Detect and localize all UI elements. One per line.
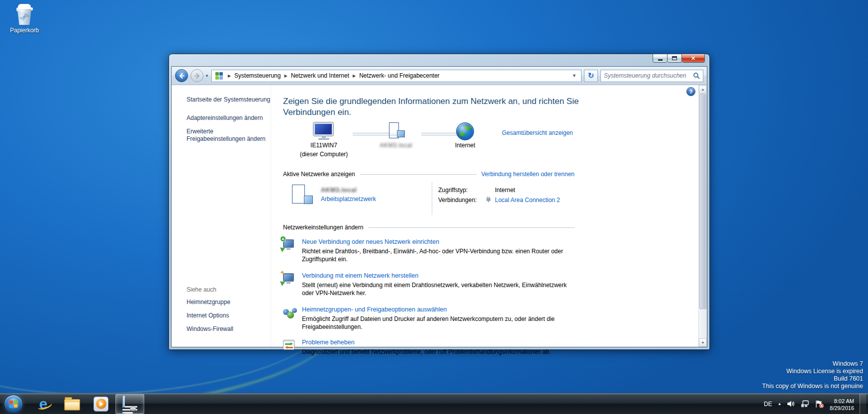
change-settings-header-row: Netzwerkeinstellungen ändern <box>283 224 575 231</box>
navigation-bar: ▼ ▶ Systemsteuerung ▶ Netzwerk und Inter… <box>172 67 707 85</box>
task-homegroup-options: Heimnetzgruppen- und Freigabeoptionen au… <box>283 306 575 331</box>
computer-caption: (dieser Computer) <box>298 151 350 158</box>
maximize-button[interactable] <box>668 54 682 63</box>
sidebar-item-advanced-sharing-settings[interactable]: Erweiterte Freigabeeinstellungen ändern <box>187 128 272 143</box>
homegroup-options-link[interactable]: Heimnetzgruppen- und Freigabeoptionen au… <box>302 306 447 313</box>
show-hidden-icons-button[interactable]: ▲ <box>777 402 781 406</box>
tray-date: 8/29/2016 <box>830 405 854 412</box>
action-center-flag-icon[interactable] <box>815 400 824 408</box>
taskbar-internet-explorer[interactable]: e <box>29 394 58 414</box>
start-button[interactable] <box>4 395 23 414</box>
forward-arrow-icon <box>194 73 200 79</box>
see-also-header: Siehe auch <box>187 286 267 293</box>
back-button[interactable] <box>175 69 188 82</box>
troubleshoot-link[interactable]: Probleme beheben <box>302 339 355 346</box>
taskbar-control-panel-active[interactable] <box>115 394 144 414</box>
connect-to-network-link[interactable]: Verbindung mit einem Netzwerk herstellen <box>302 272 418 279</box>
network-icon <box>385 122 407 140</box>
scroll-up-icon[interactable]: ▲ <box>699 85 707 94</box>
access-type-value: Internet <box>495 187 515 194</box>
search-box[interactable] <box>600 70 703 82</box>
page-title: Zeigen Sie die grundlegenden Information… <box>283 96 596 118</box>
show-desktop-button[interactable] <box>860 394 866 414</box>
map-node-computer[interactable]: IE11WIN7 (dieser Computer) <box>298 122 350 158</box>
recycle-bin[interactable]: Papierkorb <box>5 4 44 34</box>
sidebar-item-windows-firewall[interactable]: Windows-Firewall <box>187 325 272 333</box>
address-dropdown-icon[interactable]: ▼ <box>570 73 579 78</box>
homegroup-options-description: Ermöglicht Zugriff auf Dateien und Druck… <box>302 315 575 331</box>
refresh-icon: ↻ <box>588 71 594 80</box>
taskbar-windows-explorer[interactable] <box>58 394 87 414</box>
sidebar: Startseite der Systemsteuerung Adapterei… <box>172 85 271 347</box>
breadcrumb-separator-icon[interactable]: ▶ <box>349 74 359 78</box>
star-badge-icon: ✦ <box>280 269 285 276</box>
search-icon[interactable] <box>693 72 700 79</box>
vertical-scrollbar[interactable]: ▲ ▼ <box>698 85 707 347</box>
title-bar[interactable]: ✕ <box>169 54 709 66</box>
network-category-link[interactable]: Arbeitsplatznetzwerk <box>321 196 376 203</box>
search-input[interactable] <box>604 72 693 79</box>
forward-button[interactable] <box>191 69 203 82</box>
connections-label: Verbindungen: <box>438 197 477 204</box>
internet-explorer-icon: e <box>39 397 48 411</box>
volume-icon[interactable] <box>787 400 795 408</box>
caption-buttons: ✕ <box>653 54 705 63</box>
windows-logo-icon <box>9 400 18 408</box>
breadcrumb-separator-icon[interactable]: ▶ <box>281 74 290 78</box>
ethernet-plug-icon <box>485 196 492 203</box>
recycle-bin-icon <box>14 4 34 26</box>
task-setup-new-connection: + Neue Verbindung oder neues Netzwerk ei… <box>283 238 575 263</box>
close-button[interactable]: ✕ <box>682 54 705 63</box>
close-icon: ✕ <box>691 55 695 62</box>
taskbar-media-player[interactable] <box>87 394 115 414</box>
internet-globe-icon <box>456 122 474 140</box>
maximize-icon <box>672 56 677 60</box>
scroll-down-icon[interactable]: ▼ <box>699 338 707 347</box>
tray-clock[interactable]: 8:02 AM 8/29/2016 <box>830 397 854 412</box>
computer-icon <box>313 122 334 140</box>
main-panel: ? Zeigen Sie die grundlegenden Informati… <box>271 85 698 347</box>
watermark-line: Windows License is expired <box>762 368 863 375</box>
breadcrumb-systemsteuerung[interactable]: Systemsteuerung <box>234 72 281 79</box>
breadcrumb-netzwerk-und-internet[interactable]: Netzwerk und Internet <box>291 72 349 79</box>
connect-disconnect-link[interactable]: Verbindung herstellen oder trennen <box>482 171 575 178</box>
history-dropdown-icon[interactable]: ▼ <box>205 74 209 78</box>
sidebar-item-control-panel-home[interactable]: Startseite der Systemsteuerung <box>187 96 272 104</box>
minimize-button[interactable] <box>653 54 668 63</box>
active-networks-title: Aktive Netzwerke anzeigen <box>283 171 355 178</box>
breadcrumb-separator-icon[interactable]: ▶ <box>224 74 234 78</box>
active-networks-header-row: Aktive Netzwerke anzeigen Verbindung her… <box>283 171 575 178</box>
sidebar-item-change-adapter-settings[interactable]: Adaptereinstellungen ändern <box>187 114 272 122</box>
breadcrumb-netzwerk-freigabecenter[interactable]: Netzwerk- und Freigabecenter <box>359 72 439 79</box>
change-settings-title: Netzwerkeinstellungen ändern <box>283 224 363 231</box>
active-network-name: AKM3.local <box>321 187 357 194</box>
sidebar-item-internet-options[interactable]: Internet Options <box>187 312 272 319</box>
network-map: IE11WIN7 (dieser Computer) AKM3.local <box>283 122 575 164</box>
folder-icon <box>64 399 80 411</box>
map-node-internet[interactable]: Internet <box>440 122 490 149</box>
troubleshoot-description: Diagnostiziert und behebt Netzwerkproble… <box>302 348 575 356</box>
local-area-connection-link[interactable]: Local Area Connection 2 <box>495 197 560 204</box>
watermark-line: This copy of Windows is not genuine <box>762 383 863 390</box>
active-network-item: AKM3.local Arbeitsplatznetzwerk Zugriffs… <box>283 182 575 220</box>
taskbar: e DE ▲ 8:02 AM <box>0 393 868 414</box>
language-indicator[interactable]: DE <box>764 401 772 408</box>
scrollbar-thumb[interactable] <box>699 94 706 309</box>
network-icon[interactable] <box>801 400 809 408</box>
back-arrow-icon <box>179 73 185 79</box>
setup-new-connection-link[interactable]: Neue Verbindung oder neues Netzwerk einr… <box>302 238 439 245</box>
map-node-network[interactable]: AKM3.local <box>374 122 418 149</box>
homegroup-icon <box>283 307 297 319</box>
task-connect-to-network: ✦ Verbindung mit einem Netzwerk herstell… <box>283 272 575 297</box>
sidebar-item-homegroup[interactable]: Heimnetzgruppe <box>187 299 272 306</box>
see-full-map-link[interactable]: Gesamtübersicht anzeigen <box>502 129 573 136</box>
refresh-button[interactable]: ↻ <box>584 70 598 82</box>
recycle-bin-label: Papierkorb <box>5 27 44 34</box>
internet-label: Internet <box>440 142 490 149</box>
access-type-label: Zugriffstyp: <box>438 187 468 194</box>
vertical-divider <box>432 182 432 215</box>
address-bar[interactable]: ▶ Systemsteuerung ▶ Netzwerk und Interne… <box>211 70 581 82</box>
system-tray: DE ▲ 8:02 AM 8/29/2016 <box>764 394 868 414</box>
help-button[interactable]: ? <box>686 87 695 96</box>
watermark-line: Windows 7 <box>762 360 863 368</box>
